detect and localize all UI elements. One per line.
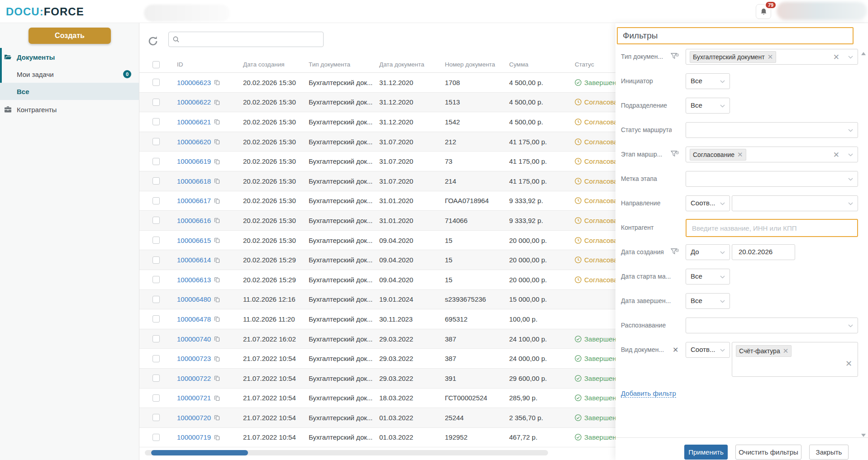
row-checkbox[interactable] [153, 177, 160, 185]
column-header-amount[interactable]: Сумма [509, 61, 575, 68]
clear-field-icon[interactable]: ✕ [833, 150, 839, 160]
column-header-number[interactable]: Номер документа [445, 61, 509, 68]
remove-tag-icon[interactable]: ✕ [768, 53, 773, 61]
row-checkbox[interactable] [153, 217, 160, 224]
copy-icon[interactable] [214, 395, 220, 401]
copy-icon[interactable] [214, 356, 220, 362]
scroll-down-arrow[interactable] [861, 434, 866, 437]
initiator-select[interactable]: Все [686, 73, 730, 89]
document-id-link[interactable]: 100000722 [177, 375, 211, 382]
document-id-link[interactable]: 100006615 [177, 237, 211, 244]
document-id-link[interactable]: 100000721 [177, 394, 211, 402]
document-id-link[interactable]: 100006480 [177, 295, 211, 303]
route-status-select[interactable] [686, 122, 858, 138]
sidebar-item-documents[interactable]: Документы [0, 48, 139, 66]
document-id-link[interactable]: 100000740 [177, 335, 211, 343]
column-header-type[interactable]: Тип документа [309, 61, 379, 68]
route-stage-multiselect[interactable]: Согласование✕ ✕ [686, 147, 858, 162]
chevron-down-icon[interactable] [848, 153, 853, 156]
search-input[interactable] [182, 36, 323, 43]
funnel-clear-icon[interactable] [671, 151, 679, 158]
row-checkbox[interactable] [153, 296, 160, 303]
chevron-down-icon[interactable] [848, 56, 853, 59]
apply-button[interactable]: Применить [684, 445, 728, 460]
created-date-operator-select[interactable]: До [686, 244, 730, 260]
document-id-link[interactable]: 100000720 [177, 414, 211, 422]
column-header-id[interactable]: ID [177, 61, 243, 68]
sidebar-item-counterparties[interactable]: Контрагенты [0, 101, 139, 118]
copy-icon[interactable] [214, 296, 220, 303]
document-id-link[interactable]: 100006617 [177, 197, 211, 204]
department-select[interactable]: Все [686, 98, 730, 114]
copy-icon[interactable] [214, 316, 220, 322]
direction-operator-select[interactable]: Соотв... [686, 195, 730, 211]
create-button[interactable]: Создать [29, 28, 111, 44]
recognition-select[interactable] [686, 318, 858, 333]
row-checkbox[interactable] [153, 375, 160, 382]
copy-icon[interactable] [214, 257, 220, 263]
document-id-link[interactable]: 100006613 [177, 276, 211, 284]
copy-icon[interactable] [214, 198, 220, 204]
copy-icon[interactable] [214, 375, 220, 381]
select-all-checkbox[interactable] [153, 61, 160, 68]
route-end-select[interactable]: Все [686, 293, 730, 309]
document-id-link[interactable]: 100000719 [177, 433, 211, 441]
copy-icon[interactable] [214, 178, 220, 184]
funnel-clear-icon[interactable] [671, 53, 679, 60]
copy-icon[interactable] [214, 99, 220, 105]
counterparty-input[interactable] [686, 219, 858, 237]
doc-kind-multiselect[interactable]: Счёт-фактура✕ ✕ [732, 342, 858, 377]
doc-kind-operator-select[interactable]: Соотв... [686, 342, 730, 358]
row-checkbox[interactable] [153, 434, 160, 441]
document-id-link[interactable]: 100006618 [177, 177, 211, 185]
close-button[interactable]: Закрыть [809, 445, 849, 460]
stage-mark-select[interactable] [686, 171, 858, 187]
document-id-link[interactable]: 100006623 [177, 79, 211, 86]
doc-type-multiselect[interactable]: Бухгалтерский документ✕ ✕ [686, 49, 858, 65]
copy-icon[interactable] [214, 158, 220, 165]
document-id-link[interactable]: 100006621 [177, 118, 211, 126]
horizontal-scrollbar-thumb[interactable] [151, 450, 248, 455]
funnel-clear-icon[interactable] [671, 248, 679, 256]
copy-icon[interactable] [214, 138, 220, 145]
copy-icon[interactable] [214, 217, 220, 223]
refresh-button[interactable] [147, 35, 160, 47]
remove-filter-icon[interactable]: ✕ [672, 346, 678, 354]
copy-icon[interactable] [214, 414, 220, 421]
copy-icon[interactable] [214, 276, 220, 283]
direction-value-select[interactable] [732, 195, 858, 211]
row-checkbox[interactable] [153, 355, 160, 362]
row-checkbox[interactable] [153, 256, 160, 264]
row-checkbox[interactable] [153, 99, 160, 106]
row-checkbox[interactable] [153, 79, 160, 86]
copy-icon[interactable] [214, 119, 220, 125]
copy-icon[interactable] [214, 434, 220, 441]
row-checkbox[interactable] [153, 237, 160, 244]
row-checkbox[interactable] [153, 315, 160, 322]
row-checkbox[interactable] [153, 414, 160, 421]
row-checkbox[interactable] [153, 335, 160, 342]
document-id-link[interactable]: 100000723 [177, 355, 211, 362]
document-id-link[interactable]: 100006478 [177, 315, 211, 323]
sidebar-item-my-tasks[interactable]: Мои задачи 0 [0, 66, 139, 83]
add-filter-link[interactable]: Добавить фильтр [621, 389, 676, 398]
column-header-doc-date[interactable]: Дата документа [379, 61, 445, 68]
clear-field-icon[interactable]: ✕ [845, 359, 852, 369]
document-id-link[interactable]: 100006616 [177, 217, 211, 224]
row-checkbox[interactable] [153, 138, 160, 145]
redacted-user-profile[interactable] [777, 2, 867, 20]
column-header-created[interactable]: Дата создания [243, 61, 309, 68]
document-id-link[interactable]: 100006622 [177, 98, 211, 106]
row-checkbox[interactable] [153, 394, 160, 402]
route-start-select[interactable]: Все [686, 269, 730, 285]
horizontal-scrollbar[interactable] [145, 450, 548, 455]
row-checkbox[interactable] [153, 197, 160, 204]
copy-icon[interactable] [214, 79, 220, 85]
row-checkbox[interactable] [153, 118, 160, 125]
copy-icon[interactable] [214, 336, 220, 342]
clear-filters-button[interactable]: Очистить фильтры [735, 445, 801, 460]
remove-tag-icon[interactable]: ✕ [737, 151, 743, 159]
document-id-link[interactable]: 100006619 [177, 157, 211, 165]
row-checkbox[interactable] [153, 276, 160, 283]
clear-field-icon[interactable]: ✕ [833, 52, 839, 62]
